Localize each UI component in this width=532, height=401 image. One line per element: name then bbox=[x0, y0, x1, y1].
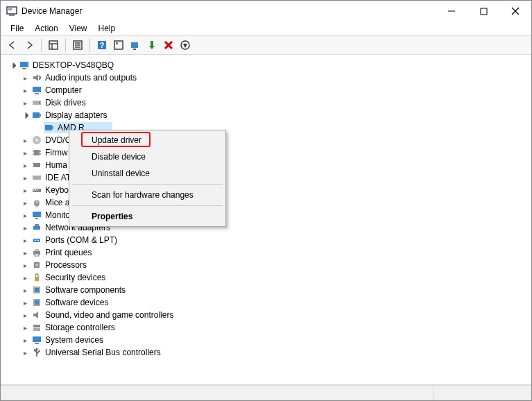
tree-root[interactable]: DESKTOP-VS48QBQ bbox=[3, 59, 529, 71]
show-hide-tree-button[interactable] bbox=[46, 37, 61, 53]
svg-rect-4 bbox=[481, 8, 487, 15]
ide-icon bbox=[31, 172, 42, 183]
chevron-right-icon[interactable]: ▸ bbox=[20, 223, 30, 232]
svg-marker-25 bbox=[183, 44, 187, 48]
tree-label: Storage controllers bbox=[45, 323, 115, 332]
tree-item-storage[interactable]: ▸ Storage controllers bbox=[3, 321, 529, 334]
disable-device-button[interactable] bbox=[178, 37, 193, 53]
tree-item-ports[interactable]: ▸ Ports (COM & LPT) bbox=[3, 234, 529, 246]
chevron-right-icon[interactable]: ▸ bbox=[20, 235, 30, 245]
chevron-right-icon[interactable]: ▸ bbox=[20, 210, 30, 220]
menu-file[interactable]: File bbox=[6, 22, 28, 35]
chevron-right-icon[interactable]: ▸ bbox=[20, 248, 30, 257]
menu-help[interactable]: Help bbox=[94, 22, 120, 35]
tree-label: DVD/C bbox=[45, 135, 71, 145]
tree-label: Mice a bbox=[45, 198, 69, 207]
hid-icon bbox=[31, 160, 42, 171]
ctx-disable-device[interactable]: Disable device bbox=[71, 148, 224, 165]
svg-rect-58 bbox=[33, 239, 40, 242]
svg-point-33 bbox=[39, 102, 40, 103]
chevron-right-icon[interactable]: ▸ bbox=[20, 73, 30, 83]
svg-marker-34 bbox=[22, 112, 28, 119]
chevron-right-icon[interactable]: ▸ bbox=[20, 273, 30, 282]
forward-button[interactable] bbox=[22, 37, 37, 53]
tree-label: Audio inputs and outputs bbox=[45, 73, 137, 83]
chevron-down-icon[interactable] bbox=[8, 60, 17, 70]
svg-rect-66 bbox=[35, 277, 39, 281]
ctx-uninstall-device[interactable]: Uninstall device bbox=[71, 165, 224, 182]
svg-rect-27 bbox=[20, 62, 28, 67]
svg-rect-72 bbox=[33, 325, 40, 327]
svg-marker-26 bbox=[10, 62, 16, 69]
chevron-right-icon[interactable]: ▸ bbox=[20, 148, 30, 157]
ctx-scan-hardware[interactable]: Scan for hardware changes bbox=[71, 187, 224, 203]
scan-hardware-button[interactable] bbox=[128, 37, 143, 53]
svg-rect-41 bbox=[34, 150, 40, 155]
chevron-right-icon[interactable]: ▸ bbox=[20, 285, 30, 295]
details-button[interactable] bbox=[111, 37, 126, 53]
port-icon bbox=[31, 234, 42, 246]
tree-item-audio[interactable]: ▸ Audio inputs and outputs bbox=[3, 71, 529, 84]
chevron-right-icon[interactable]: ▸ bbox=[20, 173, 30, 182]
svg-rect-37 bbox=[45, 125, 52, 130]
svg-marker-71 bbox=[33, 312, 38, 318]
chevron-right-icon[interactable]: ▸ bbox=[20, 185, 30, 195]
menu-view[interactable]: View bbox=[65, 22, 92, 35]
chevron-right-icon[interactable]: ▸ bbox=[20, 198, 30, 207]
close-button[interactable] bbox=[499, 1, 531, 22]
chevron-right-icon[interactable]: ▸ bbox=[20, 310, 30, 320]
svg-rect-63 bbox=[35, 254, 39, 256]
system-icon bbox=[31, 334, 42, 345]
tree-item-sw-components[interactable]: ▸ Software components bbox=[3, 284, 529, 296]
svg-rect-51 bbox=[37, 189, 38, 191]
back-button[interactable] bbox=[5, 37, 20, 53]
chevron-right-icon[interactable]: ▸ bbox=[20, 85, 30, 95]
svg-point-59 bbox=[35, 240, 36, 241]
minimize-button[interactable] bbox=[436, 1, 467, 22]
chevron-right-icon[interactable]: ▸ bbox=[20, 260, 30, 270]
tree-item-sw-devices[interactable]: ▸ Software devices bbox=[3, 296, 529, 309]
tree-item-disk[interactable]: ▸ Disk drives bbox=[3, 96, 529, 109]
uninstall-device-button[interactable] bbox=[161, 37, 176, 53]
svg-rect-46 bbox=[33, 163, 40, 167]
svg-rect-17 bbox=[116, 42, 118, 44]
svg-rect-54 bbox=[33, 212, 41, 217]
chevron-right-icon[interactable]: ▸ bbox=[20, 323, 30, 332]
ctx-update-driver[interactable]: Update driver bbox=[71, 132, 224, 148]
tree-item-display-adapters[interactable]: Display adapters bbox=[3, 109, 529, 121]
svg-marker-21 bbox=[149, 46, 155, 49]
tree-label: IDE AT bbox=[45, 173, 71, 182]
help-button[interactable]: ? bbox=[94, 37, 110, 53]
tree-item-usb[interactable]: ▸ Universal Serial Bus controllers bbox=[3, 346, 529, 359]
tree-item-print-queues[interactable]: ▸ Print queues bbox=[3, 246, 529, 259]
svg-rect-47 bbox=[33, 176, 41, 180]
maximize-button[interactable] bbox=[467, 1, 499, 22]
tree-label: Processors bbox=[45, 260, 87, 270]
update-driver-button[interactable] bbox=[144, 37, 160, 53]
ctx-properties[interactable]: Properties bbox=[71, 208, 224, 225]
chevron-right-icon[interactable]: ▸ bbox=[20, 135, 30, 145]
svg-rect-20 bbox=[151, 41, 153, 46]
tree-item-computer[interactable]: ▸ Computer bbox=[3, 84, 529, 96]
svg-rect-70 bbox=[35, 300, 39, 305]
tree-item-system[interactable]: ▸ System devices bbox=[3, 334, 529, 346]
mouse-icon bbox=[31, 197, 42, 208]
chevron-right-icon[interactable]: ▸ bbox=[20, 298, 30, 307]
titlebar: Device Manager bbox=[1, 1, 531, 22]
tree-item-processors[interactable]: ▸ Processors bbox=[3, 259, 529, 271]
toolbar-separator bbox=[89, 38, 90, 52]
menu-action[interactable]: Action bbox=[31, 22, 62, 35]
svg-rect-49 bbox=[33, 189, 35, 191]
chevron-right-icon[interactable]: ▸ bbox=[20, 160, 30, 170]
chevron-right-icon[interactable]: ▸ bbox=[20, 98, 30, 108]
tree-item-security[interactable]: ▸ Security devices bbox=[3, 271, 529, 284]
software-icon bbox=[31, 297, 42, 308]
tree-label: Firmw bbox=[45, 148, 68, 157]
chevron-right-icon[interactable]: ▸ bbox=[20, 335, 30, 345]
chevron-down-icon[interactable] bbox=[20, 110, 30, 120]
tree-item-sound[interactable]: ▸ Sound, video and game controllers bbox=[3, 309, 529, 321]
properties-button[interactable] bbox=[70, 37, 85, 53]
network-icon bbox=[31, 222, 42, 233]
svg-rect-2 bbox=[8, 8, 12, 10]
chevron-right-icon[interactable]: ▸ bbox=[20, 348, 30, 357]
